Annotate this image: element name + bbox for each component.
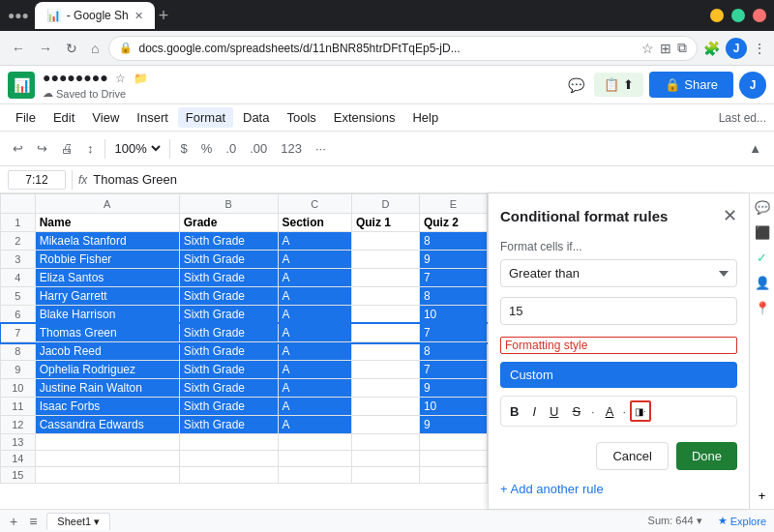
- cell-11-3[interactable]: [351, 398, 419, 416]
- cell-7-0[interactable]: Thomas Green: [35, 324, 179, 342]
- cell-11-0[interactable]: Isaac Forbs: [35, 398, 179, 416]
- cell-reference-input[interactable]: [8, 170, 66, 190]
- cell-13-0[interactable]: [35, 434, 179, 451]
- cell-9-3[interactable]: [351, 361, 419, 379]
- cf-add-rule-button[interactable]: + Add another rule: [500, 482, 737, 496]
- cell-4-3[interactable]: [351, 269, 419, 287]
- cell-7-1[interactable]: Sixth Grade: [179, 324, 278, 342]
- cell-8-2[interactable]: A: [278, 342, 351, 361]
- cell-12-2[interactable]: A: [278, 416, 351, 434]
- undo-button[interactable]: ↩: [8, 138, 28, 159]
- decimal-button[interactable]: .0: [221, 138, 241, 159]
- cf-done-button[interactable]: Done: [676, 442, 737, 470]
- cell-5-4[interactable]: 8: [419, 287, 487, 306]
- cell-12-1[interactable]: Sixth Grade: [179, 416, 278, 434]
- back-button[interactable]: ←: [8, 37, 29, 60]
- new-tab-button[interactable]: +: [159, 6, 169, 26]
- menu-format[interactable]: Format: [178, 107, 233, 128]
- comment-history-button[interactable]: 📋 ⬆: [594, 73, 643, 97]
- cell-3-3[interactable]: [351, 251, 419, 269]
- cell-e1[interactable]: Quiz 2: [419, 214, 487, 232]
- tab-close-icon[interactable]: ✕: [134, 10, 143, 22]
- maximize-button[interactable]: [731, 9, 745, 22]
- cf-strikethrough-button[interactable]: S: [567, 402, 585, 421]
- sidebar-icon-3[interactable]: ✓: [753, 248, 772, 267]
- menu-data[interactable]: Data: [235, 107, 277, 128]
- menu-tools[interactable]: Tools: [279, 107, 323, 128]
- print-button[interactable]: 🖨: [56, 138, 78, 159]
- cell-2-2[interactable]: A: [278, 232, 351, 251]
- cell-5-2[interactable]: A: [278, 287, 351, 306]
- cell-4-0[interactable]: Eliza Santos: [35, 269, 179, 287]
- cell-5-1[interactable]: Sixth Grade: [179, 287, 278, 306]
- cell-12-4[interactable]: 9: [419, 416, 487, 434]
- sheet-menu-button[interactable]: ≡: [27, 512, 39, 531]
- minimize-button[interactable]: [710, 9, 724, 22]
- add-sheet-button[interactable]: +: [8, 512, 19, 531]
- menu-icon[interactable]: ⋮: [753, 41, 766, 56]
- menu-insert[interactable]: Insert: [129, 107, 176, 128]
- cell-12-3[interactable]: [351, 416, 419, 434]
- cell-3-4[interactable]: 9: [419, 251, 487, 269]
- url-bar[interactable]: 🔒 docs.google.com/spreadsheets/d/11nBNR8…: [108, 36, 698, 61]
- cell-14-4[interactable]: [419, 451, 487, 467]
- home-button[interactable]: ⌂: [87, 37, 103, 60]
- cell-2-1[interactable]: Sixth Grade: [179, 232, 278, 251]
- cell-13-2[interactable]: [278, 434, 351, 451]
- cell-9-0[interactable]: Ophelia Rodriguez: [35, 361, 179, 379]
- cell-6-3[interactable]: [351, 306, 419, 324]
- cell-5-3[interactable]: [351, 287, 419, 306]
- bookmark-icon[interactable]: ☆: [641, 41, 654, 56]
- extensions-icon[interactable]: 🧩: [703, 41, 720, 56]
- cell-15-0[interactable]: [35, 467, 179, 484]
- col-header-e[interactable]: E: [419, 194, 487, 214]
- cf-bold-button[interactable]: B: [505, 402, 523, 421]
- cell-6-0[interactable]: Blake Harrison: [35, 306, 179, 324]
- col-header-b[interactable]: B: [179, 194, 278, 214]
- cell-14-1[interactable]: [179, 451, 278, 467]
- cf-italic-button[interactable]: I: [527, 402, 541, 421]
- cell-8-0[interactable]: Jacob Reed: [35, 342, 179, 361]
- more-toolbar-button[interactable]: ···: [311, 138, 331, 159]
- currency-button[interactable]: $: [176, 138, 193, 159]
- cf-value-input[interactable]: [500, 297, 737, 325]
- user-avatar[interactable]: J: [739, 72, 766, 99]
- cell-7-3[interactable]: [351, 324, 419, 342]
- cell-15-3[interactable]: [351, 467, 419, 484]
- sidebar-icon-2[interactable]: ⬛: [753, 222, 772, 242]
- cell-8-3[interactable]: [351, 342, 419, 361]
- menu-help[interactable]: Help: [404, 107, 446, 128]
- cell-6-4[interactable]: 10: [419, 306, 487, 324]
- cell-9-1[interactable]: Sixth Grade: [179, 361, 278, 379]
- cf-font-color-button[interactable]: A: [601, 402, 619, 421]
- cell-10-4[interactable]: 9: [419, 379, 487, 398]
- cell-3-1[interactable]: Sixth Grade: [179, 251, 278, 269]
- col-header-c[interactable]: C: [278, 194, 351, 214]
- cell-10-3[interactable]: [351, 379, 419, 398]
- cell-15-1[interactable]: [179, 467, 278, 484]
- cf-fill-color-button[interactable]: ◨ ·: [630, 400, 651, 422]
- cell-14-3[interactable]: [351, 451, 419, 467]
- cell-12-0[interactable]: Cassandra Edwards: [35, 416, 179, 434]
- cell-2-0[interactable]: Mikaela Stanford: [35, 232, 179, 251]
- cell-8-4[interactable]: 8: [419, 342, 487, 361]
- cell-11-1[interactable]: Sixth Grade: [179, 398, 278, 416]
- cell-14-2[interactable]: [278, 451, 351, 467]
- cell-c1[interactable]: Section: [278, 214, 351, 232]
- menu-file[interactable]: File: [8, 107, 44, 128]
- percent-button[interactable]: %: [196, 138, 218, 159]
- cell-13-3[interactable]: [351, 434, 419, 451]
- collapse-toolbar-button[interactable]: ▲: [744, 138, 766, 159]
- cell-3-0[interactable]: Robbie Fisher: [35, 251, 179, 269]
- cell-4-2[interactable]: A: [278, 269, 351, 287]
- format-number-button[interactable]: 123: [276, 138, 307, 159]
- profile-icon[interactable]: J: [726, 38, 747, 59]
- col-header-a[interactable]: A: [35, 194, 179, 214]
- tab-group-icon[interactable]: ⧉: [677, 40, 687, 56]
- close-button[interactable]: [753, 9, 766, 22]
- cell-13-4[interactable]: [419, 434, 487, 451]
- cf-condition-select[interactable]: Greater than Less than Equal to Is betwe…: [500, 259, 737, 287]
- cell-11-4[interactable]: 10: [419, 398, 487, 416]
- cell-15-4[interactable]: [419, 467, 487, 484]
- explore-button[interactable]: ★ Explore: [718, 515, 766, 527]
